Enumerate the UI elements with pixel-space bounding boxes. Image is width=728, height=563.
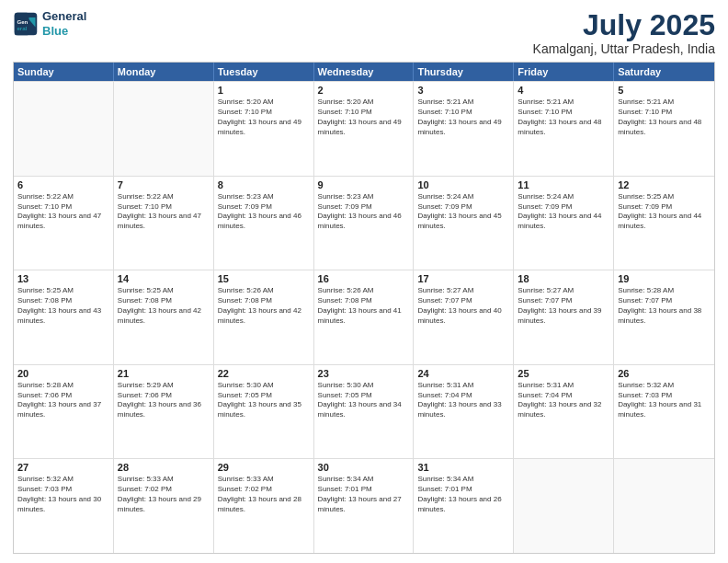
- calendar-cell-r0c3: 2Sunrise: 5:20 AM Sunset: 7:10 PM Daylig…: [314, 82, 415, 176]
- day-number: 1: [218, 85, 310, 96]
- calendar-cell-r4c3: 30Sunrise: 5:34 AM Sunset: 7:01 PM Dayli…: [314, 459, 415, 553]
- calendar-cell-r0c2: 1Sunrise: 5:20 AM Sunset: 7:10 PM Daylig…: [214, 82, 314, 176]
- calendar-cell-r3c4: 24Sunrise: 5:31 AM Sunset: 7:04 PM Dayli…: [414, 365, 514, 459]
- cell-info: Sunrise: 5:26 AM Sunset: 7:08 PM Dayligh…: [318, 286, 410, 326]
- calendar: SundayMondayTuesdayWednesdayThursdayFrid…: [13, 62, 715, 554]
- weekday-header-tuesday: Tuesday: [214, 63, 314, 81]
- day-number: 24: [417, 368, 509, 379]
- day-number: 25: [518, 368, 609, 379]
- calendar-cell-r1c5: 11Sunrise: 5:24 AM Sunset: 7:09 PM Dayli…: [514, 177, 614, 270]
- day-number: 5: [618, 85, 711, 96]
- calendar-row-3: 20Sunrise: 5:28 AM Sunset: 7:06 PM Dayli…: [14, 364, 714, 459]
- calendar-cell-r4c6: [614, 459, 714, 553]
- day-number: 21: [118, 368, 210, 379]
- calendar-cell-r2c6: 19Sunrise: 5:28 AM Sunset: 7:07 PM Dayli…: [614, 270, 714, 364]
- cell-info: Sunrise: 5:20 AM Sunset: 7:10 PM Dayligh…: [318, 98, 410, 137]
- day-number: 13: [17, 273, 109, 284]
- calendar-cell-r4c1: 28Sunrise: 5:33 AM Sunset: 7:02 PM Dayli…: [114, 459, 214, 553]
- day-number: 22: [218, 368, 310, 379]
- calendar-cell-r4c4: 31Sunrise: 5:34 AM Sunset: 7:01 PM Dayli…: [414, 459, 514, 553]
- calendar-cell-r1c4: 10Sunrise: 5:24 AM Sunset: 7:09 PM Dayli…: [414, 177, 514, 270]
- calendar-cell-r2c0: 13Sunrise: 5:25 AM Sunset: 7:08 PM Dayli…: [14, 270, 114, 364]
- calendar-cell-r3c0: 20Sunrise: 5:28 AM Sunset: 7:06 PM Dayli…: [14, 365, 114, 459]
- cell-info: Sunrise: 5:22 AM Sunset: 7:10 PM Dayligh…: [17, 192, 109, 232]
- day-number: 8: [218, 179, 310, 190]
- calendar-cell-r1c3: 9Sunrise: 5:23 AM Sunset: 7:09 PM Daylig…: [314, 177, 415, 270]
- cell-info: Sunrise: 5:25 AM Sunset: 7:09 PM Dayligh…: [618, 192, 711, 232]
- calendar-cell-r3c3: 23Sunrise: 5:30 AM Sunset: 7:05 PM Dayli…: [314, 365, 415, 459]
- day-number: 29: [218, 462, 310, 473]
- calendar-cell-r3c1: 21Sunrise: 5:29 AM Sunset: 7:06 PM Dayli…: [114, 365, 214, 459]
- calendar-cell-r0c0: [14, 82, 114, 176]
- weekday-header-sunday: Sunday: [14, 63, 114, 81]
- calendar-row-1: 6Sunrise: 5:22 AM Sunset: 7:10 PM Daylig…: [14, 176, 714, 270]
- cell-info: Sunrise: 5:33 AM Sunset: 7:02 PM Dayligh…: [118, 475, 210, 514]
- calendar-row-0: 1Sunrise: 5:20 AM Sunset: 7:10 PM Daylig…: [14, 81, 714, 176]
- cell-info: Sunrise: 5:32 AM Sunset: 7:03 PM Dayligh…: [17, 475, 109, 514]
- calendar-cell-r4c2: 29Sunrise: 5:33 AM Sunset: 7:02 PM Dayli…: [214, 459, 314, 553]
- cell-info: Sunrise: 5:24 AM Sunset: 7:09 PM Dayligh…: [417, 192, 509, 232]
- day-number: 11: [518, 179, 609, 190]
- calendar-cell-r3c2: 22Sunrise: 5:30 AM Sunset: 7:05 PM Dayli…: [214, 365, 314, 459]
- calendar-row-2: 13Sunrise: 5:25 AM Sunset: 7:08 PM Dayli…: [14, 270, 714, 364]
- weekday-header-monday: Monday: [114, 63, 214, 81]
- logo-line2: Blue: [42, 24, 86, 39]
- day-number: 6: [17, 179, 109, 190]
- day-number: 20: [17, 368, 109, 379]
- cell-info: Sunrise: 5:28 AM Sunset: 7:06 PM Dayligh…: [17, 381, 109, 420]
- day-number: 4: [518, 85, 609, 96]
- cell-info: Sunrise: 5:28 AM Sunset: 7:07 PM Dayligh…: [618, 286, 711, 326]
- day-number: 19: [618, 273, 711, 284]
- weekday-header-saturday: Saturday: [614, 63, 714, 81]
- day-number: 26: [618, 368, 711, 379]
- cell-info: Sunrise: 5:23 AM Sunset: 7:09 PM Dayligh…: [318, 192, 410, 232]
- day-number: 14: [118, 273, 210, 284]
- day-number: 9: [318, 179, 410, 190]
- calendar-cell-r1c6: 12Sunrise: 5:25 AM Sunset: 7:09 PM Dayli…: [614, 177, 714, 270]
- calendar-cell-r3c5: 25Sunrise: 5:31 AM Sunset: 7:04 PM Dayli…: [514, 365, 614, 459]
- calendar-cell-r0c1: [114, 82, 214, 176]
- day-number: 17: [417, 273, 509, 284]
- day-number: 31: [417, 462, 509, 473]
- cell-info: Sunrise: 5:27 AM Sunset: 7:07 PM Dayligh…: [417, 286, 509, 326]
- calendar-cell-r1c0: 6Sunrise: 5:22 AM Sunset: 7:10 PM Daylig…: [14, 177, 114, 270]
- cell-info: Sunrise: 5:21 AM Sunset: 7:10 PM Dayligh…: [618, 98, 711, 137]
- page: Gen eral General Blue July 2025 Kamalgan…: [0, 0, 728, 563]
- cell-info: Sunrise: 5:26 AM Sunset: 7:08 PM Dayligh…: [218, 286, 310, 326]
- svg-text:eral: eral: [17, 25, 27, 31]
- weekday-header-friday: Friday: [514, 63, 614, 81]
- cell-info: Sunrise: 5:27 AM Sunset: 7:07 PM Dayligh…: [518, 286, 609, 326]
- cell-info: Sunrise: 5:24 AM Sunset: 7:09 PM Dayligh…: [518, 192, 609, 232]
- logo-icon: Gen eral: [13, 11, 39, 37]
- day-number: 18: [518, 273, 609, 284]
- day-number: 3: [417, 85, 509, 96]
- cell-info: Sunrise: 5:30 AM Sunset: 7:05 PM Dayligh…: [218, 381, 310, 420]
- calendar-cell-r2c4: 17Sunrise: 5:27 AM Sunset: 7:07 PM Dayli…: [414, 270, 514, 364]
- day-number: 10: [417, 179, 509, 190]
- calendar-cell-r4c0: 27Sunrise: 5:32 AM Sunset: 7:03 PM Dayli…: [14, 459, 114, 553]
- cell-info: Sunrise: 5:34 AM Sunset: 7:01 PM Dayligh…: [417, 475, 509, 514]
- cell-info: Sunrise: 5:20 AM Sunset: 7:10 PM Dayligh…: [218, 98, 310, 137]
- logo-line1: General: [42, 9, 86, 24]
- cell-info: Sunrise: 5:21 AM Sunset: 7:10 PM Dayligh…: [518, 98, 609, 137]
- cell-info: Sunrise: 5:25 AM Sunset: 7:08 PM Dayligh…: [17, 286, 109, 326]
- calendar-row-4: 27Sunrise: 5:32 AM Sunset: 7:03 PM Dayli…: [14, 458, 714, 553]
- cell-info: Sunrise: 5:23 AM Sunset: 7:09 PM Dayligh…: [218, 192, 310, 232]
- svg-text:Gen: Gen: [17, 18, 28, 25]
- weekday-header-wednesday: Wednesday: [314, 63, 415, 81]
- cell-info: Sunrise: 5:29 AM Sunset: 7:06 PM Dayligh…: [118, 381, 210, 420]
- calendar-cell-r2c5: 18Sunrise: 5:27 AM Sunset: 7:07 PM Dayli…: [514, 270, 614, 364]
- calendar-header: SundayMondayTuesdayWednesdayThursdayFrid…: [14, 63, 714, 81]
- day-number: 30: [318, 462, 410, 473]
- calendar-body: 1Sunrise: 5:20 AM Sunset: 7:10 PM Daylig…: [14, 81, 714, 553]
- day-number: 15: [218, 273, 310, 284]
- calendar-cell-r2c1: 14Sunrise: 5:25 AM Sunset: 7:08 PM Dayli…: [114, 270, 214, 364]
- calendar-cell-r1c1: 7Sunrise: 5:22 AM Sunset: 7:10 PM Daylig…: [114, 177, 214, 270]
- month-title: July 2025: [533, 9, 715, 41]
- calendar-cell-r2c2: 15Sunrise: 5:26 AM Sunset: 7:08 PM Dayli…: [214, 270, 314, 364]
- calendar-cell-r0c4: 3Sunrise: 5:21 AM Sunset: 7:10 PM Daylig…: [414, 82, 514, 176]
- cell-info: Sunrise: 5:21 AM Sunset: 7:10 PM Dayligh…: [417, 98, 509, 137]
- day-number: 23: [318, 368, 410, 379]
- cell-info: Sunrise: 5:33 AM Sunset: 7:02 PM Dayligh…: [218, 475, 310, 514]
- day-number: 16: [318, 273, 410, 284]
